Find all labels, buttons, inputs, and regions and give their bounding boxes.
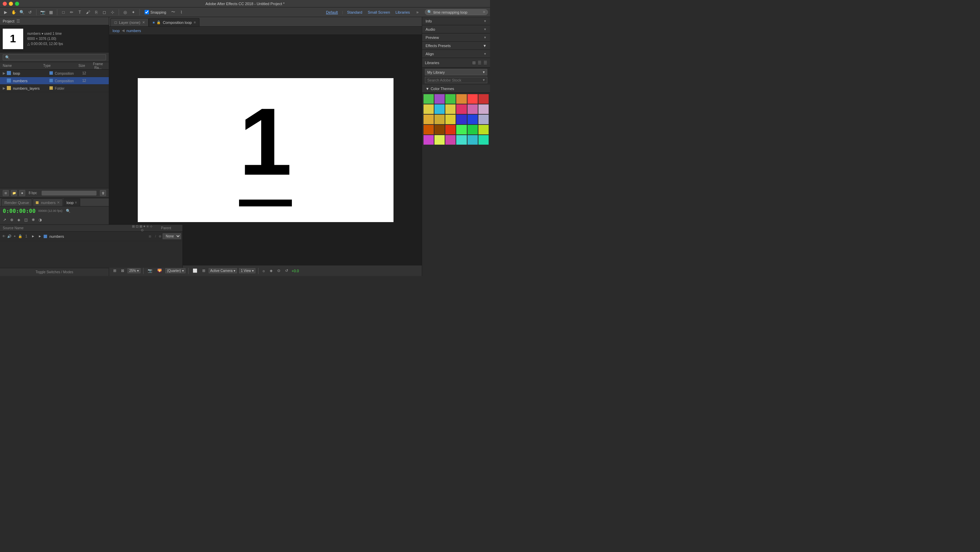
time-display[interactable]: 0:00:00:00 xyxy=(3,208,35,214)
brush-tool[interactable]: 🖌 xyxy=(84,9,91,16)
swatch-1[interactable] xyxy=(434,94,445,104)
swatch-26[interactable] xyxy=(445,135,455,145)
layer-sw1[interactable]: ⊞ xyxy=(148,234,153,239)
close-search-icon[interactable]: ✕ xyxy=(482,10,485,14)
library-grid-view[interactable]: ⊞ xyxy=(472,61,476,65)
close-button[interactable] xyxy=(3,2,7,6)
comp-flowchart-btn[interactable]: ⌾ xyxy=(261,268,266,274)
expand-layer-btn[interactable]: ▶ xyxy=(30,233,36,239)
snapping-checkbox[interactable] xyxy=(145,10,149,14)
swatch-3[interactable] xyxy=(456,94,466,104)
color-themes-header[interactable]: ▼ Color Themes xyxy=(422,85,490,93)
hand-tool[interactable]: ✋ xyxy=(10,9,17,16)
project-menu-button[interactable]: ☰ xyxy=(16,19,20,24)
swatch-4[interactable] xyxy=(468,94,478,104)
swatch-24[interactable] xyxy=(423,135,434,145)
loop-tab-close[interactable]: ≡ xyxy=(75,201,77,204)
show-snapshot-btn[interactable]: 🌄 xyxy=(156,268,163,274)
duplicate-layer-btn[interactable]: ⊕ xyxy=(8,217,15,223)
view-options-btn[interactable]: ⊙ xyxy=(276,268,282,274)
smoother-btn[interactable]: ⌇ xyxy=(178,9,185,16)
layer-tab-close[interactable]: ✕ xyxy=(142,21,145,24)
frame-blend-btn[interactable]: ◑ xyxy=(37,217,43,223)
workspace-standard[interactable]: Standard xyxy=(346,10,364,15)
audio-section-header[interactable]: Audio ▼ xyxy=(422,25,490,34)
breadcrumb-loop[interactable]: loop xyxy=(113,29,120,33)
3d-view-btn[interactable]: ◈ xyxy=(268,268,274,274)
swatch-28[interactable] xyxy=(468,135,478,145)
toggle-switches-modes[interactable]: Toggle Switches / Modes xyxy=(35,270,73,274)
swatch-19[interactable] xyxy=(434,125,445,134)
play-layer-btn[interactable]: ▶ xyxy=(37,233,43,239)
effects-presets-header[interactable]: Effects Presets ▼ xyxy=(422,41,490,50)
viewer-preview-btn[interactable]: ⊞ xyxy=(112,268,118,274)
swatch-0[interactable] xyxy=(423,94,434,104)
delete-btn[interactable]: 🗑 xyxy=(100,190,106,196)
swatch-10[interactable] xyxy=(468,104,478,114)
puppet-tool[interactable]: ⊹ xyxy=(109,9,116,16)
track-tool[interactable]: ◎ xyxy=(122,9,129,16)
minimize-button[interactable] xyxy=(9,2,13,6)
my-library-dropdown[interactable]: My Library ▾ xyxy=(425,69,487,75)
swatch-23[interactable] xyxy=(479,125,488,134)
swatch-21[interactable] xyxy=(456,125,466,134)
swatch-14[interactable] xyxy=(445,115,455,124)
toggle-grid-btn[interactable]: ⊞ xyxy=(201,268,207,274)
layer-sw2[interactable]: / xyxy=(153,234,158,239)
swatch-22[interactable] xyxy=(468,125,478,134)
swatch-13[interactable] xyxy=(434,115,445,124)
project-item-numbers-layers[interactable]: ▶ numbers_layers Folder xyxy=(0,85,109,92)
info-section-header[interactable]: Info ▼ xyxy=(422,17,490,25)
swatch-15[interactable] xyxy=(456,115,466,124)
swatch-11[interactable] xyxy=(479,104,488,114)
swatch-27[interactable] xyxy=(456,135,466,145)
swatch-16[interactable] xyxy=(468,115,478,124)
color-label-btn[interactable]: ■ xyxy=(19,190,25,196)
new-composition-btn[interactable]: ⊞ xyxy=(3,190,9,196)
search-input[interactable] xyxy=(433,10,481,14)
swatch-7[interactable] xyxy=(434,104,445,114)
quality-dropdown[interactable]: (Quarter) ▾ xyxy=(165,268,186,273)
render-queue-tab[interactable]: Render Queue xyxy=(2,199,32,206)
composition-loop-tab[interactable]: ■ 🔒 Composition loop ≡ xyxy=(149,18,199,26)
folder-btn[interactable]: 📁 xyxy=(11,190,17,196)
pen-tool[interactable]: ✏ xyxy=(68,9,75,16)
swatch-6[interactable] xyxy=(423,104,434,114)
swatch-9[interactable] xyxy=(456,104,466,114)
workspace-libraries[interactable]: Libraries xyxy=(394,10,411,15)
camera-tool[interactable]: 📷 xyxy=(39,9,46,16)
3d-tool[interactable]: ✦ xyxy=(130,9,137,16)
layer-none-tab[interactable]: ◻ Layer (none) ✕ xyxy=(110,18,149,26)
swatch-5[interactable] xyxy=(479,94,488,104)
zoom-tool[interactable]: 🔍 xyxy=(18,9,25,16)
parent-pick-btn[interactable]: ↗ xyxy=(2,217,8,223)
layer-solo-btn[interactable]: ✦ xyxy=(12,234,17,239)
preview-section-header[interactable]: Preview ▼ xyxy=(422,34,490,41)
layer-audio-btn[interactable]: 🔊 xyxy=(7,234,11,239)
solo-btn[interactable]: ◈ xyxy=(16,217,22,223)
swatch-29[interactable] xyxy=(479,135,488,145)
view-dropdown[interactable]: 1 View ▾ xyxy=(239,268,255,273)
toggle-alpha-btn[interactable]: ⬜ xyxy=(191,268,199,274)
layer-lock-btn[interactable]: 🔒 xyxy=(18,234,22,239)
zoom-dropdown[interactable]: 25% ▾ xyxy=(127,268,140,273)
shape-rect-tool[interactable]: □ xyxy=(60,9,67,16)
numbers-tab-close[interactable]: ✕ xyxy=(57,201,60,204)
reset-exposure-btn[interactable]: ↺ xyxy=(284,268,290,274)
loop-tab[interactable]: loop ≡ xyxy=(64,199,80,206)
motion-blur-btn[interactable]: ❋ xyxy=(30,217,36,223)
search-adobe-stock-input[interactable] xyxy=(427,78,482,82)
motion-sketch-btn[interactable]: 〜 xyxy=(170,9,177,16)
layer-visibility-btn[interactable]: 👁 xyxy=(2,234,6,239)
project-search-input[interactable] xyxy=(3,54,106,61)
parent-select[interactable]: None xyxy=(163,233,181,239)
workspace-more[interactable]: » xyxy=(414,9,421,16)
clone-tool[interactable]: ⎘ xyxy=(93,9,100,16)
numbers-tab[interactable]: numbers ✕ xyxy=(33,199,63,206)
swatch-18[interactable] xyxy=(423,125,434,134)
layer-tool[interactable]: ▦ xyxy=(48,9,54,16)
swatch-20[interactable] xyxy=(445,125,455,134)
workspace-default[interactable]: Default xyxy=(325,10,339,15)
swatch-12[interactable] xyxy=(423,115,434,124)
maximize-button[interactable] xyxy=(15,2,19,6)
